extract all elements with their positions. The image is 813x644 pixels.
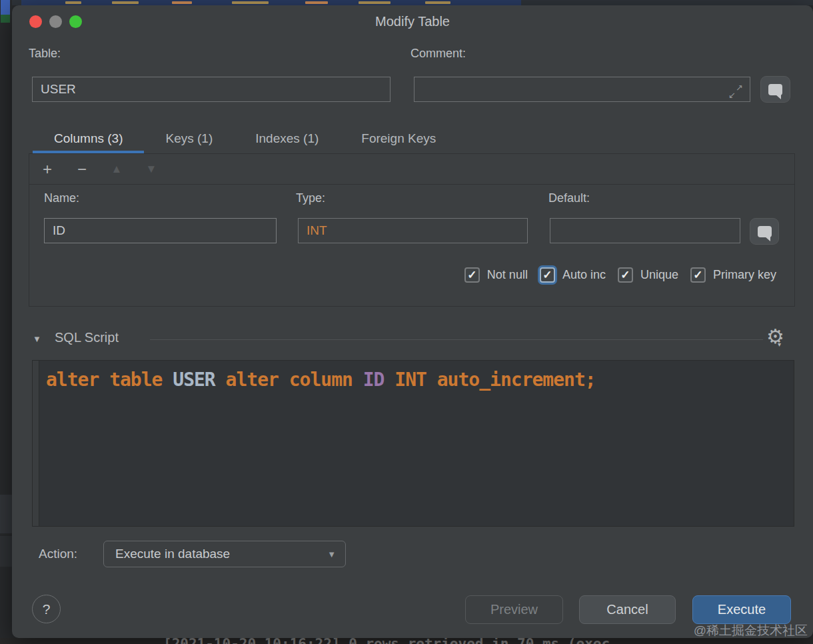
background-ide-icon xyxy=(1,0,10,15)
checkbox-box[interactable]: ✓ xyxy=(618,267,633,283)
checkmark-icon: ✓ xyxy=(467,269,476,281)
sql-settings-button[interactable]: ⚙ ▾ xyxy=(766,325,793,351)
checkbox-unique[interactable]: ✓Unique xyxy=(618,267,678,283)
column-type-value: INT xyxy=(307,223,327,238)
checkbox-label: Unique xyxy=(640,268,678,282)
sql-token-keyword: auto_increment; xyxy=(437,369,596,391)
edit-default-button[interactable] xyxy=(750,218,779,245)
edit-comment-button[interactable] xyxy=(760,76,790,103)
background-code-fragment xyxy=(232,1,269,4)
default-label: Default: xyxy=(548,191,590,205)
background-ide-tile xyxy=(0,536,12,567)
background-code-fragment xyxy=(112,1,139,4)
tab-columns-3[interactable]: Columns (3) xyxy=(33,127,144,153)
background-ide-icon-accent xyxy=(1,15,10,23)
preview-button-label: Preview xyxy=(490,602,538,617)
checkbox-not-null[interactable]: ✓Not null xyxy=(464,267,528,283)
move-up-icon: ▲ xyxy=(108,163,125,175)
table-name-value: USER xyxy=(41,82,76,97)
help-button[interactable]: ? xyxy=(32,595,61,623)
checkbox-box[interactable]: ✓ xyxy=(464,267,480,283)
type-label: Type: xyxy=(296,191,325,205)
action-label: Action: xyxy=(39,547,77,561)
console-log-line: [2021-10-20 10:16:22] 0 rows retrieved i… xyxy=(163,638,610,644)
action-dropdown-value: Execute in database xyxy=(115,547,230,561)
comment-bubble-icon xyxy=(768,84,782,95)
sql-script-title: SQL Script xyxy=(55,330,119,345)
tab-foreign-keys[interactable]: Foreign Keys xyxy=(340,127,457,153)
sql-code-line: alter table USER alter column ID INT aut… xyxy=(46,369,596,391)
checkmark-icon: ✓ xyxy=(620,269,630,281)
move-down-icon: ▼ xyxy=(143,163,160,175)
checkmark-icon: ✓ xyxy=(542,269,552,281)
cancel-button[interactable]: Cancel xyxy=(579,595,676,624)
expand-field-icon[interactable]: ↗↙ xyxy=(728,83,743,100)
add-icon[interactable]: + xyxy=(39,161,56,177)
execute-button[interactable]: Execute xyxy=(692,595,791,624)
column-flags-row: ✓Not null✓Auto inc✓Unique✓Primary key xyxy=(464,267,776,283)
column-default-input[interactable] xyxy=(550,218,740,243)
window-title: Modify Table xyxy=(12,14,813,29)
background-console-strip: [2021-10-20 10:16:22] 0 rows retrieved i… xyxy=(0,638,813,644)
collapse-section-icon[interactable]: ▼ xyxy=(33,334,41,344)
sql-token-keyword: INT xyxy=(395,369,436,391)
remove-icon[interactable]: − xyxy=(73,161,91,177)
columns-panel: +−▲▼ Name: ID Type: INT Default: ✓Not nu… xyxy=(29,153,795,307)
tab-indexes-1[interactable]: Indexes (1) xyxy=(234,127,340,153)
background-code-fragment xyxy=(65,1,81,4)
editor-gutter xyxy=(33,361,39,526)
default-bubble-icon xyxy=(758,226,772,237)
background-code-fragment xyxy=(359,1,391,4)
background-code-fragment xyxy=(305,1,328,4)
cancel-button-label: Cancel xyxy=(606,602,648,617)
background-code-fragment xyxy=(425,1,450,4)
checkbox-label: Auto inc xyxy=(562,268,606,282)
column-type-input[interactable]: INT xyxy=(298,218,528,243)
column-name-input[interactable]: ID xyxy=(44,218,277,243)
tab-bar: Columns (3)Keys (1)Indexes (1)Foreign Ke… xyxy=(33,127,457,153)
watermark: @稀土掘金技术社区 xyxy=(694,622,808,639)
table-name-input[interactable]: USER xyxy=(32,77,391,102)
checkbox-auto-inc[interactable]: ✓Auto inc xyxy=(540,267,606,283)
name-label: Name: xyxy=(44,191,79,205)
comment-label: Comment: xyxy=(410,47,466,61)
checkbox-label: Primary key xyxy=(713,268,776,282)
checkbox-primary-key[interactable]: ✓Primary key xyxy=(690,267,776,283)
question-mark-icon: ? xyxy=(43,601,51,617)
execute-button-label: Execute xyxy=(718,602,766,617)
checkbox-box[interactable]: ✓ xyxy=(540,267,555,283)
tab-keys-1[interactable]: Keys (1) xyxy=(144,127,234,153)
section-divider xyxy=(150,339,763,340)
background-code-fragment xyxy=(172,1,192,4)
checkmark-icon: ✓ xyxy=(693,269,702,281)
checkbox-box[interactable]: ✓ xyxy=(690,267,706,283)
gear-icon: ⚙ xyxy=(766,325,784,348)
sql-token-column: ID xyxy=(363,369,395,391)
sql-token-keyword: alter column xyxy=(226,369,363,391)
sql-token-keyword: alter table xyxy=(46,369,173,391)
comment-input[interactable]: ↗↙ xyxy=(414,77,750,102)
chevron-down-icon: ▼ xyxy=(327,549,336,559)
background-ide-tile xyxy=(0,495,12,533)
column-name-value: ID xyxy=(53,223,65,238)
columns-toolbar: +−▲▼ xyxy=(29,154,794,185)
sql-token-identifier: USER xyxy=(173,369,225,391)
checkbox-label: Not null xyxy=(487,268,528,282)
table-label: Table: xyxy=(29,47,61,61)
chevron-down-icon: ▾ xyxy=(778,341,781,348)
sql-editor[interactable]: alter table USER alter column ID INT aut… xyxy=(32,360,794,527)
sql-script-header: ▼ SQL Script ⚙ ▾ xyxy=(12,330,813,350)
background-editor-strip xyxy=(12,0,813,5)
preview-button[interactable]: Preview xyxy=(465,595,563,624)
action-dropdown[interactable]: Execute in database ▼ xyxy=(103,541,346,567)
modify-table-dialog: Modify Table Table: USER Comment: ↗↙ Col… xyxy=(12,5,813,638)
